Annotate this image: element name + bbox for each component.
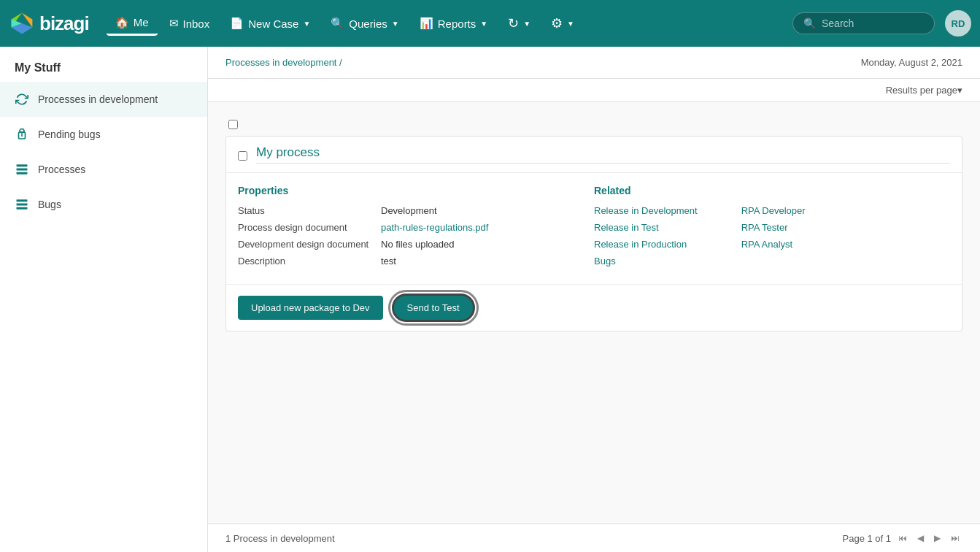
sync-icon: [15, 92, 29, 107]
new-case-caret: ▼: [303, 20, 310, 28]
processes-icon: [15, 162, 29, 177]
content-area: Processes in development / Monday, Augus…: [208, 47, 980, 552]
record-checkbox[interactable]: [238, 151, 247, 161]
related-rpa-developer[interactable]: RPA Developer: [741, 205, 806, 216]
related-rpa-tester[interactable]: RPA Tester: [741, 222, 806, 233]
related-heading: Related: [594, 185, 950, 196]
properties-heading: Properties: [238, 185, 594, 196]
sidebar-item-pending-bugs[interactable]: Pending bugs: [0, 117, 207, 152]
settings-icon: ⚙: [551, 15, 563, 31]
inbox-icon: ✉: [169, 17, 179, 30]
related-release-dev[interactable]: Release in Development: [594, 205, 698, 216]
search-input[interactable]: [822, 18, 924, 29]
send-to-test-button[interactable]: Send to Test: [392, 294, 475, 322]
prop-dev-doc-value: No files uploaded: [381, 239, 454, 250]
sidebar-item-processes-dev-label: Processes in development: [38, 93, 158, 105]
content-header: Processes in development / Monday, Augus…: [208, 47, 980, 79]
pending-bug-icon: [15, 127, 29, 142]
nav-queries-label: Queries: [349, 18, 387, 30]
date-display: Monday, August 2, 2021: [861, 57, 962, 68]
page-info: Page 1 of 1: [843, 533, 892, 544]
prop-dev-doc: Development design document No files upl…: [238, 239, 594, 250]
prop-description-label: Description: [238, 256, 369, 267]
nav-me[interactable]: 🏠 Me: [107, 12, 158, 36]
nav-new-case[interactable]: 📄 New Case ▼: [221, 12, 319, 34]
settings-caret: ▼: [567, 20, 574, 28]
first-page-button[interactable]: ⏮: [895, 532, 910, 545]
related-release-prod[interactable]: Release in Production: [594, 239, 698, 250]
svg-rect-7: [17, 164, 28, 166]
last-page-button[interactable]: ⏭: [948, 532, 962, 545]
nav-me-label: Me: [134, 16, 149, 28]
top-checkbox-row: [225, 114, 962, 136]
logo[interactable]: bizagi: [9, 10, 89, 37]
prop-dev-doc-label: Development design document: [238, 239, 369, 250]
sidebar-item-processes-label: Processes: [38, 164, 85, 175]
nav-reports-label: Reports: [438, 18, 477, 30]
search-icon: 🔍: [803, 18, 816, 29]
upload-package-button[interactable]: Upload new package to Dev: [238, 296, 383, 320]
record-properties: Properties Status Development Process de…: [238, 185, 594, 272]
prop-status-label: Status: [238, 205, 369, 216]
sidebar-item-processes-dev[interactable]: Processes in development: [0, 82, 207, 117]
prop-process-doc: Process design document path-rules-regul…: [238, 222, 594, 233]
nav-inbox-label: Inbox: [183, 18, 210, 30]
record-card-footer: Upload new package to Dev Send to Test: [226, 284, 962, 331]
sidebar: My Stuff Processes in development Pendin…: [0, 47, 208, 552]
svg-rect-10: [17, 199, 28, 202]
svg-rect-11: [17, 204, 28, 206]
next-page-button[interactable]: ▶: [931, 532, 944, 545]
sidebar-item-processes[interactable]: Processes: [0, 152, 207, 187]
svg-rect-9: [17, 172, 28, 175]
prev-page-button[interactable]: ◀: [914, 532, 927, 545]
related-col1: Release in Development Release in Test R…: [594, 205, 698, 272]
avatar[interactable]: RD: [945, 10, 971, 37]
activity-caret: ▼: [523, 20, 530, 28]
content-footer: 1 Process in development Page 1 of 1 ⏮ ◀…: [208, 524, 980, 552]
select-all-checkbox[interactable]: [228, 120, 238, 129]
reports-caret: ▼: [480, 20, 487, 28]
record-card-body: Properties Status Development Process de…: [226, 173, 962, 284]
new-case-icon: 📄: [230, 17, 244, 30]
home-icon: 🏠: [115, 16, 129, 29]
nav-settings[interactable]: ⚙ ▼: [542, 11, 583, 36]
results-bar: Results per page▾: [208, 79, 980, 102]
reports-icon: 📊: [420, 17, 433, 30]
record-card: My process Properties Status Development: [225, 136, 962, 331]
sidebar-title: My Stuff: [0, 47, 207, 82]
svg-rect-12: [17, 207, 28, 210]
related-release-test[interactable]: Release in Test: [594, 222, 698, 233]
related-rpa-analyst[interactable]: RPA Analyst: [741, 239, 806, 250]
records-area: My process Properties Status Development: [208, 102, 980, 524]
search-box[interactable]: 🔍: [792, 12, 935, 34]
pagination: Page 1 of 1 ⏮ ◀ ▶ ⏭: [843, 532, 963, 545]
queries-icon: 🔍: [331, 17, 344, 30]
related-columns: Release in Development Release in Test R…: [594, 205, 950, 272]
nav-reports[interactable]: 📊 Reports ▼: [411, 12, 496, 34]
process-count: 1 Process in development: [225, 533, 335, 544]
sidebar-item-bugs-label: Bugs: [38, 199, 61, 210]
prop-status: Status Development: [238, 205, 594, 216]
related-bugs[interactable]: Bugs: [594, 256, 698, 267]
prop-status-value: Development: [381, 205, 437, 216]
nav-queries[interactable]: 🔍 Queries ▼: [322, 12, 407, 34]
logo-icon: [9, 10, 35, 37]
activity-icon: ↻: [508, 15, 519, 31]
prop-description-value: test: [381, 256, 396, 267]
svg-rect-8: [17, 169, 28, 171]
top-navigation: bizagi 🏠 Me ✉ Inbox 📄 New Case ▼ 🔍 Queri…: [0, 0, 980, 47]
record-related: Related Release in Development Release i…: [594, 185, 950, 272]
main-layout: My Stuff Processes in development Pendin…: [0, 47, 980, 552]
breadcrumb[interactable]: Processes in development /: [225, 57, 342, 68]
prop-process-doc-value[interactable]: path-rules-regulations.pdf: [381, 222, 488, 233]
nav-activity[interactable]: ↻ ▼: [499, 11, 539, 36]
svg-point-6: [22, 133, 23, 134]
related-col2: RPA Developer RPA Tester RPA Analyst: [741, 205, 806, 272]
sidebar-item-bugs[interactable]: Bugs: [0, 187, 207, 222]
sidebar-item-pending-bugs-label: Pending bugs: [38, 129, 101, 140]
prop-description: Description test: [238, 256, 594, 267]
nav-inbox[interactable]: ✉ Inbox: [161, 12, 219, 34]
nav-new-case-label: New Case: [248, 18, 298, 30]
results-per-page[interactable]: Results per page▾: [886, 85, 962, 96]
record-title: My process: [256, 145, 950, 160]
